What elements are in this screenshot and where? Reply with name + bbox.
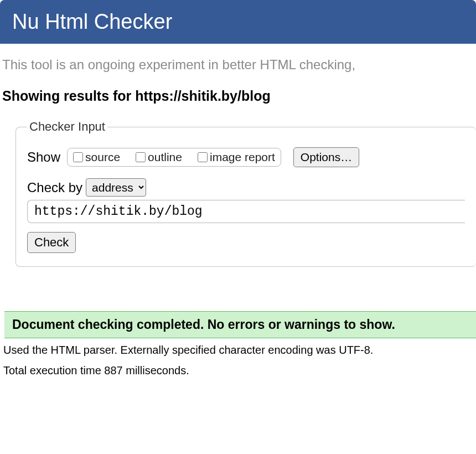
- check-button[interactable]: Check: [27, 232, 76, 253]
- page-header: Nu Html Checker: [0, 0, 476, 44]
- show-checkbox-group: source outline image report: [67, 148, 281, 167]
- options-button[interactable]: Options…: [293, 147, 359, 167]
- source-checkbox-text: source: [85, 151, 120, 164]
- show-label: Show: [27, 149, 60, 165]
- check-by-label: Check by: [27, 180, 82, 195]
- image-report-checkbox-text: image report: [210, 151, 275, 164]
- results-heading: Showing results for https://shitik.by/bl…: [0, 77, 476, 115]
- checker-input-legend: Checker Input: [27, 120, 107, 134]
- outline-checkbox[interactable]: [136, 152, 146, 162]
- outline-checkbox-text: outline: [148, 151, 182, 164]
- url-input[interactable]: [27, 200, 465, 223]
- check-by-row: Check by address: [27, 178, 465, 197]
- timing-info: Total execution time 887 milliseconds.: [0, 359, 476, 379]
- subtitle-text: This tool is an ongoing experiment in be…: [0, 44, 476, 77]
- image-report-checkbox[interactable]: [198, 152, 208, 162]
- source-checkbox-label[interactable]: source: [73, 151, 120, 164]
- image-report-checkbox-label[interactable]: image report: [198, 151, 275, 164]
- outline-checkbox-label[interactable]: outline: [136, 151, 182, 164]
- checker-input-fieldset: Checker Input Show source outline image …: [15, 120, 476, 267]
- check-by-select[interactable]: address: [86, 178, 146, 197]
- page-title: Nu Html Checker: [12, 10, 172, 33]
- show-row: Show source outline image report Options…: [27, 147, 465, 167]
- parser-info: Used the HTML parser. Externally specifi…: [0, 338, 476, 359]
- success-banner: Document checking completed. No errors o…: [4, 311, 476, 338]
- source-checkbox[interactable]: [73, 152, 83, 162]
